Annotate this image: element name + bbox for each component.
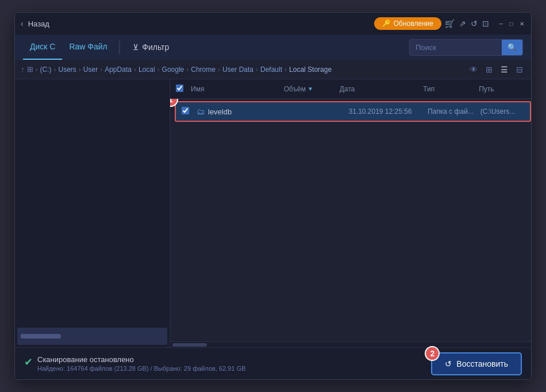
- titlebar-right: 🔑 Обновление 🛒 ⇗ ↺ ⊡ ─ □ ✕: [374, 17, 525, 30]
- restore-icon[interactable]: ⊡: [482, 19, 489, 28]
- restore-button[interactable]: 2 ↺ Восстановить: [431, 352, 522, 375]
- th-size[interactable]: Объём ▼: [284, 85, 340, 93]
- tab-raw-file[interactable]: Raw Файл: [62, 34, 114, 60]
- breadcrumb-sep-7: ›: [218, 66, 220, 74]
- breadcrumb-sep-6: ›: [186, 66, 189, 74]
- breadcrumb-item-google[interactable]: Google: [162, 66, 184, 74]
- breadcrumb: ↑ ⊞ › (C:) › Users › User › AppData › Lo…: [21, 65, 332, 74]
- status-text: Сканирование остановлено Найдено: 164764…: [37, 355, 246, 372]
- breadcrumb-item-default[interactable]: Default: [260, 66, 282, 74]
- search-box: 🔍: [409, 39, 523, 56]
- breadcrumb-item-chrome[interactable]: Chrome: [191, 66, 216, 74]
- select-all-checkbox[interactable]: [176, 84, 183, 92]
- row-wrapper-leveldb: 1 🗂 leveldb 31.10.2019 12:25:56 Папка с …: [170, 99, 531, 124]
- tab-disk-c[interactable]: Диск С: [23, 34, 62, 60]
- folder-icon: 🗂: [197, 107, 205, 116]
- breadcrumb-item-user[interactable]: User: [83, 66, 98, 74]
- status-detail: Найдено: 164764 файлов (213.28 GB) / Выб…: [37, 365, 246, 372]
- breadcrumb-item-local[interactable]: Local: [139, 66, 155, 74]
- key-icon: 🔑: [382, 20, 391, 28]
- update-label: Обновление: [394, 20, 433, 28]
- view-list-icon[interactable]: ☰: [498, 64, 510, 75]
- row-name-leveldb: leveldb: [208, 107, 296, 116]
- th-type: Тип: [423, 85, 479, 93]
- navbar: Диск С Raw Файл │ ⊻ Фильтр 🔍: [15, 34, 531, 60]
- row-date-leveldb: 31.10.2019 12:25:56: [348, 107, 428, 116]
- breadcrumb-item-localstorage[interactable]: Local Storage: [289, 66, 332, 74]
- tab-filter[interactable]: ⊻ Фильтр: [126, 43, 176, 52]
- titlebar-left: ‹ Назад: [21, 19, 49, 28]
- breadcrumb-bar: ↑ ⊞ › (C:) › Users › User › AppData › Lo…: [15, 60, 531, 79]
- close-button[interactable]: ✕: [518, 20, 525, 28]
- nav-divider: │: [114, 41, 126, 54]
- restore-label: Восстановить: [456, 359, 508, 368]
- breadcrumb-item-c[interactable]: (C:): [40, 66, 52, 74]
- breadcrumb-up-icon[interactable]: ↑: [21, 65, 25, 74]
- titlebar: ‹ Назад 🔑 Обновление 🛒 ⇗ ↺ ⊡ ─ □ ✕: [15, 13, 531, 34]
- breadcrumb-sep-2: ›: [79, 66, 81, 74]
- search-button[interactable]: 🔍: [502, 40, 522, 55]
- annotation-2: 2: [425, 346, 440, 361]
- breadcrumb-item-userdata[interactable]: User Data: [222, 66, 253, 74]
- table-header: Имя Объём ▼ Дата Тип Путь: [170, 79, 531, 99]
- left-panel-tree: [15, 79, 170, 325]
- row-path-leveldb: (C:\Users...: [480, 107, 524, 116]
- window-controls: ─ □ ✕: [497, 20, 525, 28]
- main-window: ‹ Назад 🔑 Обновление 🛒 ⇗ ↺ ⊡ ─ □ ✕ Диск …: [14, 12, 532, 380]
- status-left: ✔ Сканирование остановлено Найдено: 1647…: [24, 355, 246, 372]
- th-check: [176, 84, 191, 94]
- th-name: Имя: [191, 85, 284, 93]
- share-icon[interactable]: ⇗: [459, 19, 466, 28]
- breadcrumb-sep-4: ›: [134, 66, 136, 74]
- back-icon[interactable]: ‹: [21, 19, 24, 28]
- left-scrollbar-thumb: [21, 334, 61, 339]
- table-body: 1 🗂 leveldb 31.10.2019 12:25:56 Папка с …: [170, 99, 531, 341]
- back-label[interactable]: Назад: [28, 20, 49, 28]
- breadcrumb-item-users[interactable]: Users: [59, 66, 76, 74]
- statusbar: ✔ Сканирование остановлено Найдено: 1647…: [15, 347, 531, 379]
- breadcrumb-sep-1: ›: [54, 66, 56, 74]
- view-preview-icon[interactable]: 👁: [467, 64, 480, 75]
- search-input[interactable]: [410, 40, 502, 55]
- breadcrumb-sep-0: ›: [36, 66, 38, 74]
- th-date: Дата: [340, 85, 424, 93]
- view-grid-icon[interactable]: ⊞: [483, 64, 495, 75]
- horizontal-scrollbar[interactable]: [170, 341, 531, 347]
- breadcrumb-sep-3: ›: [100, 66, 102, 74]
- sort-arrow-icon: ▼: [307, 86, 313, 92]
- row-checkbox-leveldb[interactable]: [182, 107, 189, 114]
- view-detail-icon[interactable]: ⊟: [514, 64, 525, 75]
- breadcrumb-sep-5: ›: [157, 66, 160, 74]
- cart-icon[interactable]: 🛒: [445, 19, 455, 28]
- restore-icon-btn: ↺: [445, 359, 452, 368]
- breadcrumb-view-controls: 👁 ⊞ ☰ ⊟: [467, 64, 525, 75]
- breadcrumb-item-appdata[interactable]: AppData: [105, 66, 132, 74]
- th-path: Путь: [479, 85, 525, 93]
- filter-icon: ⊻: [133, 43, 139, 52]
- left-panel: [15, 79, 170, 347]
- breadcrumb-home-icon[interactable]: ⊞: [27, 65, 33, 74]
- update-button[interactable]: 🔑 Обновление: [374, 17, 441, 30]
- status-ok-icon: ✔: [24, 356, 33, 368]
- right-panel: Имя Объём ▼ Дата Тип Путь: [170, 79, 531, 347]
- minimize-button[interactable]: ─: [497, 20, 505, 28]
- breadcrumb-sep-8: ›: [256, 66, 258, 74]
- status-title: Сканирование остановлено: [37, 355, 246, 364]
- breadcrumb-sep-9: ›: [284, 66, 287, 74]
- table-row[interactable]: 🗂 leveldb 31.10.2019 12:25:56 Папка с фа…: [175, 101, 531, 122]
- left-panel-scrollbar[interactable]: [17, 328, 167, 345]
- titlebar-icons: 🛒 ⇗ ↺ ⊡: [445, 19, 489, 28]
- row-type-leveldb: Папка с фай...: [428, 107, 480, 116]
- hscrollbar-thumb[interactable]: [172, 343, 207, 347]
- main-content: Имя Объём ▼ Дата Тип Путь: [15, 79, 531, 347]
- history-icon[interactable]: ↺: [471, 19, 478, 28]
- row-check-leveldb: [182, 106, 197, 117]
- maximize-button[interactable]: □: [507, 20, 515, 28]
